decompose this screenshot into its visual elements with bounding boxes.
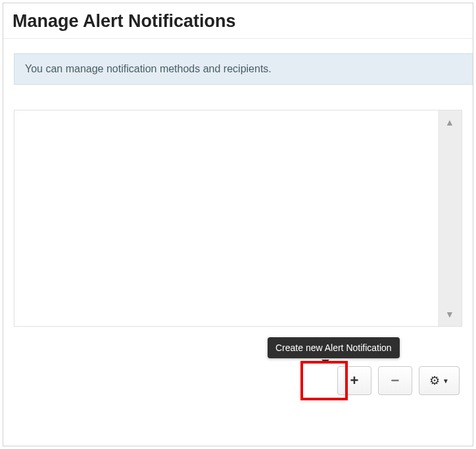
tooltip-text: Create new Alert Notification xyxy=(275,343,392,353)
panel-manage-alert-notifications: Manage Alert Notifications You can manag… xyxy=(3,3,473,446)
remove-button[interactable]: − xyxy=(378,366,412,395)
page-title: Manage Alert Notifications xyxy=(12,11,464,32)
settings-menu-button[interactable]: ⚙ ▼ xyxy=(419,366,460,395)
add-button[interactable]: + xyxy=(337,366,371,395)
info-banner-text: You can manage notification methods and … xyxy=(25,63,272,74)
chevron-down-icon: ▼ xyxy=(445,309,454,319)
chevron-up-icon: ▲ xyxy=(445,117,454,128)
notifications-list[interactable]: ▲ ▼ xyxy=(14,110,462,327)
scroll-up-button[interactable]: ▲ xyxy=(438,110,462,134)
list-toolbar: + − ⚙ ▼ xyxy=(337,366,460,395)
plus-icon: + xyxy=(350,372,359,389)
minus-icon: − xyxy=(391,372,400,389)
gear-icon: ⚙ xyxy=(429,373,440,388)
tooltip-create-notification: Create new Alert Notification xyxy=(268,337,400,358)
scroll-down-button[interactable]: ▼ xyxy=(438,302,462,326)
panel-header: Manage Alert Notifications xyxy=(3,3,473,39)
caret-down-icon: ▼ xyxy=(442,377,449,385)
scrollbar[interactable]: ▲ ▼ xyxy=(438,110,462,326)
panel-body: You can manage notification methods and … xyxy=(3,39,473,337)
info-banner: You can manage notification methods and … xyxy=(14,53,473,85)
